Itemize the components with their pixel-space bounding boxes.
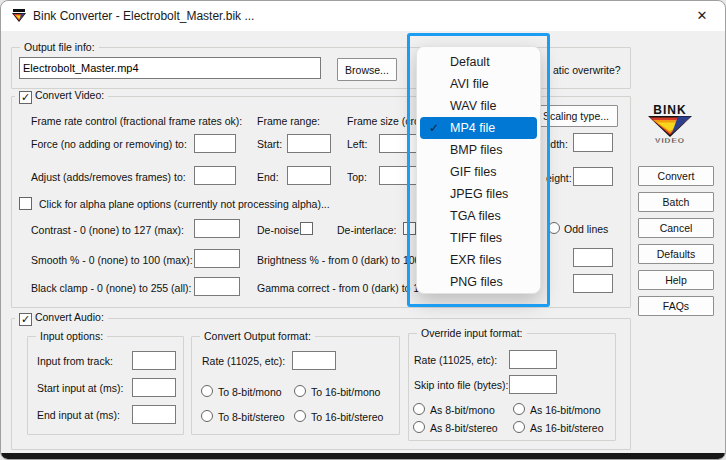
odd-lines-label: Odd lines (564, 223, 608, 235)
end-input-ms-input[interactable] (132, 405, 176, 424)
file-format-menu: Default AVI file WAV file ✓ MP4 file BMP… (416, 46, 541, 294)
width-input[interactable] (573, 133, 613, 152)
menu-item-exr[interactable]: EXR files (417, 249, 540, 271)
app-icon (11, 8, 27, 24)
adjust-label: Adjust (adds/removes frames) to: (31, 171, 186, 183)
svg-text:VIDEO: VIDEO (655, 136, 685, 145)
menu-item-png[interactable]: PNG files (417, 271, 540, 293)
menu-item-default[interactable]: Default (417, 51, 540, 73)
odd-lines-radio[interactable] (548, 222, 560, 234)
as-16bit-mono-label: As 16-bit/mono (530, 404, 601, 416)
black-clamp-label: Black clamp - 0 (none) to 255 (all): (31, 282, 191, 294)
convert-button[interactable]: Convert (638, 166, 714, 186)
start-frame-input[interactable] (287, 134, 331, 153)
to-16bit-mono-radio[interactable] (294, 385, 306, 397)
check-icon: ✓ (429, 117, 439, 139)
bink-converter-window: Bink Converter - Electrobolt_Master.bik … (0, 0, 726, 460)
as-8bit-mono-radio[interactable] (413, 403, 425, 415)
as-8bit-stereo-label: As 8-bit/stereo (430, 422, 498, 434)
menu-item-mp4-selected[interactable]: ✓ MP4 file (420, 117, 537, 139)
frame-size-header: Frame size (cro (347, 115, 420, 127)
start-input-label: Start input at (ms): (37, 382, 123, 394)
menu-item-mp4-label: MP4 file (450, 121, 495, 135)
convert-audio-label: Convert Audio: (35, 311, 104, 323)
convert-audio-legend: ✓ Convert Audio: (15, 311, 108, 326)
top-label: Top: (347, 171, 367, 183)
to-8bit-stereo-label: To 8-bit/stereo (218, 411, 285, 423)
scaling-type-button[interactable]: Scaling type... (534, 105, 618, 127)
width-label: idth: (548, 138, 568, 150)
as-8bit-stereo-radio[interactable] (413, 421, 425, 433)
svg-text:BINK: BINK (653, 103, 686, 117)
skip-into-file-label: Skip into file (bytes): (414, 379, 509, 391)
brightness-label: Brightness % - from 0 (dark) to 100 ( (257, 254, 427, 266)
contrast-input[interactable] (194, 219, 240, 238)
menu-item-gif[interactable]: GIF files (417, 161, 540, 183)
as-16bit-mono-radio[interactable] (513, 403, 525, 415)
end-frame-input[interactable] (287, 166, 331, 185)
to-8bit-stereo-radio[interactable] (201, 410, 213, 422)
as-8bit-mono-label: As 8-bit/mono (430, 404, 495, 416)
input-track-label: Input from track: (37, 355, 113, 367)
menu-item-tiff[interactable]: TIFF files (417, 227, 540, 249)
force-label: Force (no adding or removing) to: (31, 138, 187, 150)
help-button[interactable]: Help (638, 270, 714, 290)
override-rate-input[interactable] (509, 350, 557, 369)
skip-into-file-input[interactable] (509, 375, 557, 394)
frame-range-header: Frame range: (257, 115, 320, 127)
as-16bit-stereo-radio[interactable] (513, 421, 525, 433)
convert-video-checkbox[interactable]: ✓ (19, 91, 32, 104)
menu-item-jpeg[interactable]: JPEG files (417, 183, 540, 205)
cancel-button[interactable]: Cancel (638, 218, 714, 238)
to-8bit-mono-radio[interactable] (201, 385, 213, 397)
convert-video-legend: ✓ Convert Video: (15, 89, 108, 104)
window-title: Bink Converter - Electrobolt_Master.bik … (33, 9, 254, 23)
end-input-label: End input at (ms): (37, 409, 120, 421)
title-bar: Bink Converter - Electrobolt_Master.bik … (1, 1, 725, 31)
output-rate-input[interactable] (292, 351, 336, 370)
start-input-ms-input[interactable] (132, 378, 176, 397)
output-rate-label: Rate (11025, etc): (202, 355, 285, 367)
alpha-plane-checkbox[interactable] (19, 197, 32, 210)
gamma-label: Gamma correct - from 0 (dark) to 1.0 (257, 282, 428, 294)
output-filename-input[interactable] (19, 57, 321, 79)
alpha-plane-label: Click for alpha plane options (currently… (39, 198, 330, 210)
defaults-button[interactable]: Defaults (638, 244, 714, 264)
to-16bit-stereo-radio[interactable] (294, 410, 306, 422)
start-frame-label: Start: (257, 138, 282, 150)
left-label: Left: (347, 138, 367, 150)
smooth-input[interactable] (194, 249, 240, 268)
automatic-overwrite-label: atic overwrite? (553, 64, 621, 76)
menu-item-tga[interactable]: TGA files (417, 205, 540, 227)
end-frame-label: End: (257, 171, 279, 183)
gamma-input[interactable] (573, 274, 613, 293)
batch-button[interactable]: Batch (638, 192, 714, 212)
top-input[interactable] (379, 166, 421, 185)
denoise-checkbox[interactable] (300, 222, 313, 235)
left-input[interactable] (379, 134, 421, 153)
force-input[interactable] (194, 134, 236, 153)
convert-audio-checkbox[interactable]: ✓ (19, 313, 32, 326)
frame-rate-header: Frame rate control (fractional frame rat… (31, 115, 242, 127)
to-8bit-mono-label: To 8-bit/mono (218, 386, 282, 398)
input-track-input[interactable] (132, 351, 176, 370)
deinterlace-checkbox[interactable] (403, 222, 416, 235)
menu-item-bmp[interactable]: BMP files (417, 139, 540, 161)
adjust-input[interactable] (194, 166, 236, 185)
bink-video-logo: BINK VIDEO (640, 101, 700, 145)
output-file-legend: Output file info: (20, 41, 99, 53)
convert-video-label: Convert Video: (35, 89, 104, 101)
menu-item-avi[interactable]: AVI file (417, 73, 540, 95)
height-input[interactable] (573, 167, 613, 186)
denoise-label: De-noise: (257, 224, 302, 236)
brightness-input[interactable] (573, 248, 613, 267)
faqs-button[interactable]: FAQs (638, 296, 714, 316)
close-icon[interactable]: ✕ (693, 7, 711, 25)
to-16bit-stereo-label: To 16-bit/stereo (311, 411, 383, 423)
input-options-legend: Input options: (36, 330, 107, 342)
browse-button[interactable]: Browse... (337, 58, 397, 81)
black-clamp-input[interactable] (194, 277, 240, 296)
override-format-legend: Override input format: (417, 327, 527, 339)
output-format-legend: Convert Output format: (200, 330, 315, 342)
menu-item-wav[interactable]: WAV file (417, 95, 540, 117)
